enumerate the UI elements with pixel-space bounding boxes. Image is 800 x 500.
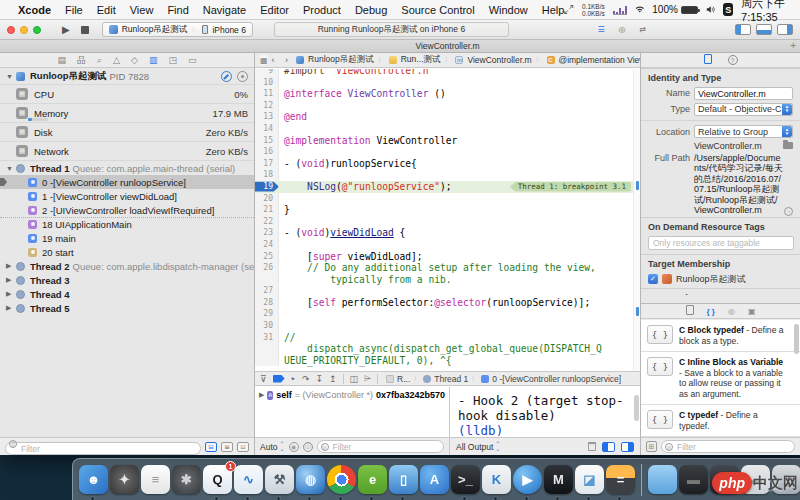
menu-item-debug[interactable]: Debug [355, 4, 387, 16]
toggle-inspector-button[interactable] [777, 24, 793, 35]
toggle-debug-area-button[interactable] [756, 24, 772, 35]
disclosure-triangle-icon[interactable]: ▶ [6, 290, 16, 298]
standard-editor-button[interactable]: ☰ [593, 24, 609, 35]
pause-debug-icon[interactable] [221, 71, 232, 82]
choose-folder-icon[interactable] [783, 142, 793, 149]
disclosure-triangle-icon[interactable]: ▶ [6, 276, 16, 284]
menu-item-file[interactable]: File [65, 4, 83, 16]
stack-frame-row[interactable]: 2 -[UIViewController loadViewIfRequired] [0, 203, 254, 217]
dock-icon-xcode[interactable]: ⚒ [265, 465, 294, 494]
clear-console-icon[interactable] [588, 442, 596, 451]
dock-icon-mweb[interactable]: M [544, 465, 573, 494]
tab-title[interactable]: ViewController.m [255, 40, 640, 52]
close-button[interactable] [7, 26, 15, 34]
editor-scrollbar[interactable] [633, 69, 640, 371]
assistant-editor-button[interactable]: ◎ [614, 24, 630, 35]
stack-frame-row[interactable]: 18 UIApplicationMain [0, 217, 254, 231]
find-navigator-icon[interactable]: ⌕ [97, 55, 102, 66]
view-debugger-icon[interactable]: ◫ [350, 374, 359, 384]
menu-clock[interactable]: 周六下午7:15:35 [741, 0, 800, 23]
dock-icon-evernote[interactable]: e [358, 465, 387, 494]
name-field[interactable]: ViewController.m [694, 87, 793, 100]
debug-crumb[interactable]: 0 -[ViewController runloopService] [492, 374, 621, 384]
zoom-button[interactable] [33, 26, 41, 34]
breakpoint-navigator-icon[interactable]: ◳ [168, 55, 177, 65]
run-button[interactable]: ▶ [58, 25, 74, 35]
breakpoint-marker[interactable]: 19 [255, 181, 279, 193]
object-library-icon[interactable]: ◎ [728, 307, 735, 316]
step-into-icon[interactable]: ↧ [315, 374, 323, 384]
help-inspector-icon[interactable]: ? [728, 55, 738, 66]
symbol-navigator-icon[interactable]: 品 [77, 54, 86, 67]
open-path-arrow-icon[interactable]: → [784, 207, 793, 216]
scheme-selector[interactable]: Runloop吊起测试 〉 iPhone 6 [102, 22, 253, 37]
related-items-icon[interactable]: ▦ [260, 55, 268, 65]
menu-item-view[interactable]: View [130, 4, 154, 16]
thread-row[interactable]: ▶Thread 4 [0, 287, 254, 301]
filter-running-icon[interactable]: ⊟ [205, 442, 217, 452]
step-over-icon[interactable]: ↷ [302, 374, 310, 384]
menu-item-window[interactable]: Window [489, 4, 528, 16]
dock-icon-keynote[interactable]: K [482, 465, 511, 494]
snippet-item[interactable]: { }C Block typedef - Define a block as a… [641, 320, 800, 352]
back-forward-buttons[interactable]: ‹ › [272, 55, 293, 65]
library-filter-input[interactable] [661, 440, 795, 453]
version-editor-button[interactable]: ⇄ [635, 24, 651, 35]
disclosure-triangle-icon[interactable]: ▶ [6, 304, 16, 312]
debug-crumb[interactable]: R... [397, 374, 410, 384]
stack-frame-row[interactable]: 20 start [0, 245, 254, 259]
gauge-row-memory[interactable]: ▦Memory17.9 MB [0, 104, 254, 123]
dock-icon-notes[interactable]: ≡ [141, 465, 170, 494]
menu-item-xcode[interactable]: Xcode [18, 4, 51, 16]
filter-frames-icon[interactable]: ⊡ [237, 442, 249, 452]
jump-bar-crumb[interactable]: Runloop吊起测试 [308, 54, 374, 66]
menu-item-editor[interactable]: Editor [260, 4, 289, 16]
filter-flag-icon[interactable]: ⊞ [221, 442, 233, 452]
checkbox-checked-icon[interactable]: ✓ [648, 274, 658, 284]
grid-view-icon[interactable]: ⊞ [646, 441, 657, 452]
debug-crumb[interactable]: Thread 1 [434, 374, 468, 384]
dock-icon-calculator[interactable]: = [606, 465, 635, 494]
volume-icon[interactable] [706, 3, 716, 16]
window-tab-bar[interactable]: ViewController.m + [0, 40, 800, 53]
add-tab-button[interactable]: + [790, 40, 796, 52]
dock-icon-terminal[interactable]: >_ [451, 465, 480, 494]
minimize-button[interactable] [20, 26, 28, 34]
show-variables-view-icon[interactable] [602, 442, 615, 452]
process-row[interactable]: ▼Runloop吊起测试PID 7828 [0, 69, 254, 85]
project-navigator-icon[interactable]: ▤ [58, 55, 67, 65]
stack-frame-row[interactable]: 1 -[ViewController viewDidLoad] [0, 189, 254, 203]
navigator-filter-input[interactable] [5, 442, 201, 455]
thread-row[interactable]: ▼Thread 1Queue: com.apple.main-thread (s… [0, 161, 254, 175]
snippet-item[interactable]: { }C typedef - Define a typedef. [641, 405, 800, 437]
thread-row[interactable]: ▶Thread 2Queue: com.apple.libdispatch-ma… [0, 259, 254, 273]
type-dropdown[interactable]: Default - Objective-C...▲▼ [694, 103, 793, 116]
thread-row[interactable]: ▶Thread 3 [0, 273, 254, 287]
debug-navigator-icon[interactable]: ▥ [149, 55, 158, 65]
console-output-popup[interactable]: All Output⌃⌄ [456, 442, 500, 452]
dock-icon-finder[interactable]: ☻ [79, 465, 108, 494]
location-dropdown[interactable]: Relative to Group▲▼ [694, 125, 793, 138]
media-library-icon[interactable]: ▣ [748, 307, 756, 316]
test-navigator-icon[interactable]: ◇ [131, 55, 138, 65]
dock-icon-simulator[interactable]: ▯ [389, 465, 418, 494]
variables-scope-popup[interactable]: Auto⌃⌄ [260, 442, 285, 452]
disclosure-triangle-icon[interactable]: ▶ [259, 391, 264, 399]
jump-bar-crumb[interactable]: Run...测试 [401, 54, 441, 66]
dock-icon-preview[interactable]: ◪ [575, 465, 604, 494]
simulate-location-icon[interactable]: ⌲ [364, 373, 371, 384]
dock-icon-browser-sphere[interactable]: ◍ [296, 465, 325, 494]
report-navigator-icon[interactable]: ▭ [188, 55, 197, 65]
file-template-library-icon[interactable] [686, 305, 694, 317]
dock-icon-documents-folder[interactable] [648, 465, 677, 494]
target-membership-row[interactable]: ✓ Runloop吊起测试 [641, 271, 800, 288]
breakpoints-toggle-icon[interactable] [273, 375, 285, 383]
dock-icon-qq[interactable]: Q1 [203, 465, 232, 494]
gauge-row-network[interactable]: ▦NetworkZero KB/s [0, 142, 254, 161]
gauge-row-cpu[interactable]: ▦CPU0% [0, 85, 254, 104]
resource-tags-input[interactable] [648, 236, 794, 250]
dock-icon-quicktime[interactable]: ▶ [513, 465, 542, 494]
dock-icon-launchpad[interactable]: ✦ [110, 465, 139, 494]
variables-filter-input[interactable] [317, 440, 444, 453]
stack-frame-row[interactable]: 19 main [0, 231, 254, 245]
